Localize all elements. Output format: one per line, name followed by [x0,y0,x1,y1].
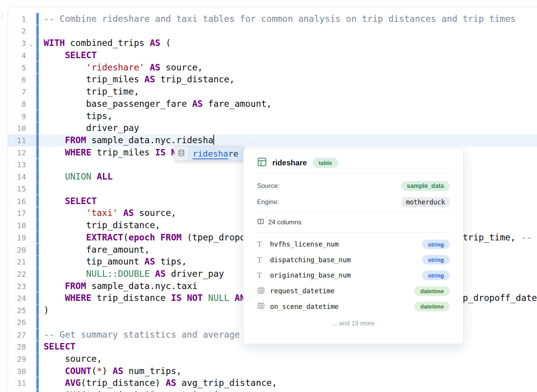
code-text: -- Combine rideshare and taxi tables for… [36,13,516,25]
line-number[interactable]: 20 [8,244,26,256]
string-type-icon: T [257,256,262,264]
table-icon [257,157,267,168]
token-pl: driver_pay [166,269,224,279]
line-number[interactable]: 30 [8,366,26,378]
token-com: -- Combine rideshare and taxi tables for… [44,14,516,24]
token-kw: IS [155,147,166,157]
token-kw: AVG [65,390,81,392]
line-number[interactable]: 5 [8,62,26,74]
token-pl [44,196,65,206]
token-pl [144,62,150,72]
engine-value-badge: motherduck [401,197,450,207]
source-value-badge: sample_data [401,181,450,191]
autocomplete-popup: rideshare [174,146,245,161]
column-name: hvfhs_license_num [270,240,422,248]
line-number[interactable]: 28 [8,341,26,353]
token-kw: FROM [65,281,86,291]
code-line[interactable]: 29 source, [8,353,537,365]
token-kw: AVG [65,378,81,388]
token-pl [44,50,65,60]
table-card-header: rideshare table [257,155,450,171]
line-number[interactable]: 18 [8,220,26,232]
token-pl: ( [92,366,97,376]
code-line[interactable]: 10 driver_pay [8,122,537,134]
line-number[interactable]: 11 [8,135,26,147]
line-number[interactable]: 12 [8,147,26,159]
token-pl: trip_distance [92,293,171,303]
code-line[interactable]: 1-- Combine rideshare and taxi tables fo… [8,13,537,25]
code-line[interactable]: 31 AVG(trip_distance) AS avg_trip_distan… [8,377,537,389]
code-line[interactable]: 9 tips, [8,110,537,122]
line-number[interactable]: 25 [8,305,26,317]
code-line[interactable]: 2 [8,25,537,38]
token-pl: tips, [155,256,187,266]
code-line[interactable]: 8 base_passenger_fare AS fare_amount, [8,98,537,110]
line-number[interactable]: 1 [8,13,26,26]
column-row: on_scene_datetimedatetime [257,299,450,314]
token-kw: WHERE [65,293,91,303]
line-number[interactable]: 24 [8,292,26,305]
line-number[interactable]: 14 [8,171,26,183]
text-cursor [213,135,214,145]
code-line[interactable]: 5 'rideshare' AS source, [8,62,537,74]
token-kw: FROM [160,232,182,242]
table-type-badge: table [313,158,338,168]
token-str: 'rideshare' [86,62,144,72]
line-number[interactable]: 31 [8,377,26,390]
line-number[interactable]: 10 [8,122,26,135]
line-number[interactable]: 4 [8,50,26,62]
token-pl: base_passenger_fare [44,99,192,109]
column-name: request_datetime [270,287,414,295]
token-pl: (trip_distance) [81,378,166,388]
line-number[interactable]: 2 [8,25,26,38]
code-line[interactable]: 4 SELECT [8,49,537,62]
code-text: base_passenger_fare AS fare_amount, [36,98,272,110]
code-line[interactable]: 30 COUNT(*) AS num_trips, [8,365,537,377]
line-number[interactable]: 9 [8,111,26,123]
token-pl: ( [160,38,171,48]
token-kw: FROM [65,135,86,145]
source-label: Source: [257,182,280,190]
autocomplete-item-rideshare[interactable]: rideshare [188,146,244,161]
line-number[interactable]: 6 [8,74,26,86]
collapsed-side-button[interactable] [0,11,3,20]
code-line[interactable]: 11 FROM sample_data.nyc.ridesha [8,134,537,147]
column-row: Tdispatching_base_numstring [257,252,450,268]
line-number[interactable]: 27 [8,329,26,341]
column-type-badge: datetime [414,286,450,296]
token-kw: AS [144,390,155,392]
line-number[interactable]: 29 [8,353,26,366]
token-pl: ( [123,232,129,242]
line-number[interactable]: 3 [8,38,26,50]
line-number[interactable]: 16 [8,196,26,208]
line-number[interactable]: 17 [8,207,26,220]
code-text: 'rideshare' AS source, [36,62,203,74]
line-number[interactable]: 8 [8,98,26,111]
line-number[interactable]: 32 [8,390,26,392]
token-pl: sample_data.nyc.taxi [86,281,198,291]
fold-chevron-icon[interactable]: ⌄ [26,38,36,51]
code-text: driver_pay [36,122,139,134]
line-number[interactable]: 22 [8,268,26,281]
line-number[interactable]: 23 [8,281,26,293]
line-number[interactable]: 19 [8,232,26,244]
token-pl: source, [134,208,176,218]
token-kw: NOT [187,293,203,303]
token-grn: NULL [208,293,229,303]
token-kw: AS [155,269,166,279]
token-com: -- in seconds [521,232,537,242]
line-number[interactable]: 21 [8,256,26,268]
code-line[interactable]: 32 AVG(trip_time) AS avg_trip_time, [8,389,537,392]
line-number[interactable]: 15 [8,183,26,195]
line-number[interactable]: 26 [8,317,26,329]
code-line[interactable]: 7 trip_time, [8,86,537,98]
column-type-badge: string [422,271,450,280]
token-kw: SELECT [44,341,75,351]
code-line[interactable]: 6 trip_miles AS trip_distance, [8,74,537,86]
token-pl [44,147,65,157]
line-number[interactable]: 13 [8,159,26,171]
line-number[interactable]: 7 [8,86,26,98]
database-icon [178,149,185,158]
code-line[interactable]: 3⌄WITH combined_trips AS ( [8,37,537,49]
column-name: on_scene_datetime [270,303,414,310]
